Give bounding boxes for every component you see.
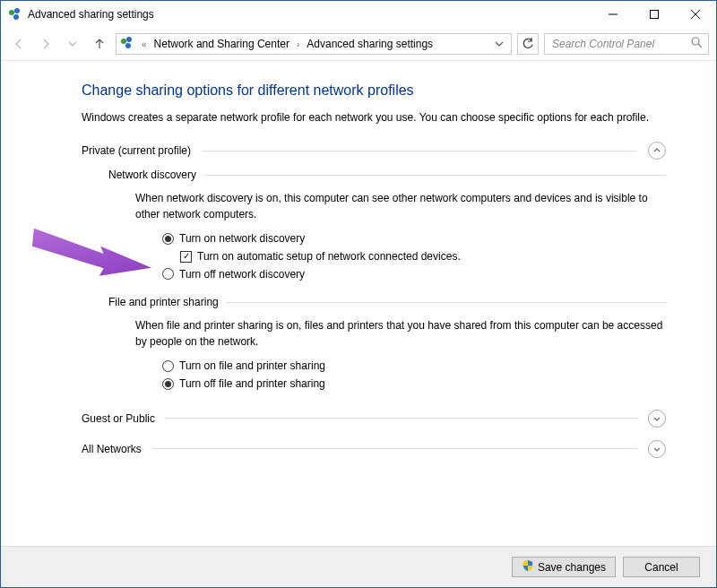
profile-label: Guest or Public (82, 412, 155, 425)
svg-line-11 (698, 44, 702, 48)
uac-shield-icon (522, 559, 534, 575)
forward-button[interactable] (35, 33, 56, 55)
profile-label: All Networks (82, 443, 142, 455)
chevron-right-icon: › (293, 39, 303, 49)
minimize-button[interactable] (592, 1, 634, 28)
page-heading: Change sharing options for different net… (82, 82, 666, 99)
checkbox-icon (180, 251, 192, 263)
search-input[interactable] (550, 37, 685, 51)
svg-point-0 (9, 10, 14, 15)
radio-network-discovery-on[interactable]: Turn on network discovery (162, 231, 666, 246)
divider (152, 448, 637, 449)
breadcrumb-sep-icon: « (138, 39, 151, 49)
address-dropdown-button[interactable] (491, 39, 507, 48)
divider (226, 302, 666, 303)
option-label: Turn on file and printer sharing (179, 359, 325, 374)
profile-header-private[interactable]: Private (current profile) (82, 142, 666, 160)
svg-point-8 (126, 37, 132, 42)
breadcrumb-item[interactable]: Network and Sharing Center (154, 38, 289, 50)
svg-point-10 (692, 38, 699, 45)
radio-network-discovery-off[interactable]: Turn off network discovery (162, 267, 666, 282)
network-sharing-icon (8, 7, 22, 22)
save-changes-button[interactable]: Save changes (512, 557, 616, 577)
button-bar: Save changes Cancel (1, 546, 716, 587)
address-bar[interactable]: « Network and Sharing Center › Advanced … (116, 33, 512, 55)
refresh-button[interactable] (517, 33, 539, 55)
profile-header-guest[interactable]: Guest or Public (82, 410, 666, 428)
option-label: Turn on network discovery (179, 231, 305, 246)
close-button[interactable] (675, 1, 716, 28)
option-label: Turn off file and printer sharing (179, 376, 325, 392)
divider (203, 175, 666, 176)
radio-file-printer-on[interactable]: Turn on file and printer sharing (162, 359, 666, 374)
up-button[interactable] (89, 33, 110, 55)
profile-header-all[interactable]: All Networks (82, 440, 666, 458)
radio-icon (162, 360, 174, 372)
window-title: Advanced sharing settings (28, 8, 154, 21)
search-box[interactable] (544, 33, 709, 55)
section-description: When file and printer sharing is on, fil… (135, 317, 666, 350)
svg-rect-4 (651, 11, 659, 19)
expand-icon[interactable] (648, 440, 666, 458)
radio-icon (162, 378, 174, 390)
section-description: When network discovery is on, this compu… (135, 190, 666, 222)
page-description: Windows creates a separate network profi… (82, 109, 666, 125)
expand-icon[interactable] (648, 410, 666, 428)
content-area: Change sharing options for different net… (1, 61, 716, 545)
radio-icon (162, 233, 174, 245)
svg-point-1 (14, 8, 20, 13)
radio-file-printer-off[interactable]: Turn off file and printer sharing (162, 376, 666, 392)
cancel-button[interactable]: Cancel (623, 557, 700, 577)
section-file-printer-sharing: File and printer sharing (108, 296, 666, 308)
recent-locations-button[interactable] (62, 33, 83, 55)
network-sharing-icon (120, 36, 134, 53)
section-title: File and printer sharing (108, 296, 219, 308)
button-label: Cancel (644, 561, 678, 574)
section-network-discovery: Network discovery (108, 169, 666, 181)
divider (202, 151, 637, 151)
svg-point-7 (121, 39, 126, 44)
svg-point-9 (125, 43, 131, 48)
maximize-button[interactable] (634, 1, 675, 28)
breadcrumb-item[interactable]: Advanced sharing settings (307, 38, 433, 50)
navigation-bar: « Network and Sharing Center › Advanced … (1, 28, 716, 60)
section-title: Network discovery (108, 169, 196, 181)
button-label: Save changes (538, 561, 606, 574)
option-label: Turn on automatic setup of network conne… (197, 249, 461, 264)
svg-point-2 (13, 14, 19, 20)
divider (166, 418, 637, 419)
checkbox-auto-setup[interactable]: Turn on automatic setup of network conne… (180, 249, 666, 264)
radio-icon (162, 268, 174, 280)
search-icon (691, 37, 703, 51)
profile-label: Private (current profile) (82, 144, 191, 157)
option-label: Turn off network discovery (179, 267, 305, 282)
back-button[interactable] (8, 33, 30, 55)
titlebar: Advanced sharing settings (1, 1, 716, 28)
collapse-icon[interactable] (648, 142, 666, 160)
